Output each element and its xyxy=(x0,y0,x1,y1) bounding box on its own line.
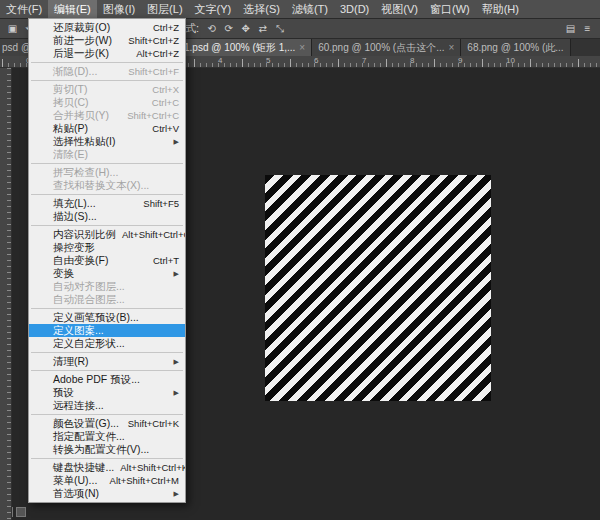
menu-item[interactable]: 菜单(U)...Alt+Shift+Ctrl+M xyxy=(29,474,185,487)
menu-item[interactable]: 定义自定形状... xyxy=(29,337,185,350)
vertical-ruler-ticks xyxy=(7,68,11,520)
menu-divider xyxy=(31,225,183,226)
options-mode-group: ⟲⟳✥⇄⤡ xyxy=(203,21,288,36)
menu-item-shortcut: Ctrl+X xyxy=(152,83,179,96)
menu-item-label: 远程连接... xyxy=(53,399,104,412)
menu-item[interactable]: 查找和替换文本(X)... xyxy=(29,179,185,192)
menu-item[interactable]: 剪切(T)Ctrl+X xyxy=(29,83,185,96)
menu-item-label: 查找和替换文本(X)... xyxy=(53,179,149,192)
menu-item[interactable]: 还原裁剪(O)Ctrl+Z xyxy=(29,21,185,34)
menu-item[interactable]: 清除(E) xyxy=(29,148,185,161)
menu-item-shortcut: Ctrl+Z xyxy=(153,21,179,34)
status-doc-alt-icon[interactable] xyxy=(16,507,26,517)
menu-divider xyxy=(31,80,183,81)
menu-item[interactable]: 合并拷贝(Y)Shift+Ctrl+C xyxy=(29,109,185,122)
menu-item[interactable]: 选择性粘贴(I)▶ xyxy=(29,135,185,148)
tab-close-icon[interactable]: × xyxy=(299,42,305,53)
menu-item-label: 变换 xyxy=(53,267,74,280)
menu-item[interactable]: 拷贝(C)Ctrl+C xyxy=(29,96,185,109)
menubar-item[interactable]: 3D(D) xyxy=(334,0,375,18)
ruler-number: 5 xyxy=(266,56,270,65)
menu-item[interactable]: 前进一步(W)Shift+Ctrl+Z xyxy=(29,34,185,47)
menu-item-label: 指定配置文件... xyxy=(53,430,125,443)
menu-item[interactable]: 远程连接... xyxy=(29,399,185,412)
menu-item-shortcut: Shift+Ctrl+F xyxy=(128,65,179,78)
3d-roll-mode-icon[interactable]: ⟳ xyxy=(220,21,237,36)
panel-menu-icon[interactable]: ≡ xyxy=(579,21,596,36)
menu-divider xyxy=(31,163,183,164)
menubar-item[interactable]: 文件(F) xyxy=(0,0,48,18)
submenu-arrow-icon: ▶ xyxy=(174,135,179,148)
document-tab[interactable]: 68.png @ 100% (此... xyxy=(461,39,570,56)
menu-item-shortcut: Shift+F5 xyxy=(143,197,179,210)
menubar-item[interactable]: 视图(V) xyxy=(375,0,424,18)
3d-rotate-mode-icon[interactable]: ⟲ xyxy=(203,21,220,36)
menu-item-label: 定义画笔预设(B)... xyxy=(53,311,139,324)
ruler-number: 7 xyxy=(362,56,366,65)
menu-item[interactable]: 粘贴(P)Ctrl+V xyxy=(29,122,185,135)
menu-item-label: 拷贝(C) xyxy=(53,96,89,109)
menu-item-label: 定义自定形状... xyxy=(53,337,125,350)
menu-divider xyxy=(31,308,183,309)
menubar-item[interactable]: 编辑(E) xyxy=(48,0,97,18)
photoshop-window: 文件(F)编辑(E)图像(I)图层(L)文字(Y)选择(S)滤镜(T)3D(D)… xyxy=(0,0,600,520)
menu-item[interactable]: 键盘快捷键...Alt+Shift+Ctrl+K xyxy=(29,461,185,474)
menubar-item[interactable]: 帮助(H) xyxy=(476,0,525,18)
menu-item-label: 自动混合图层... xyxy=(53,293,125,306)
menu-item[interactable]: 填充(L)...Shift+F5 xyxy=(29,197,185,210)
3d-drag-mode-icon[interactable]: ✥ xyxy=(237,21,254,36)
menu-item[interactable]: 清理(R)▶ xyxy=(29,355,185,368)
menu-item[interactable]: 后退一步(K)Alt+Ctrl+Z xyxy=(29,47,185,60)
menu-item[interactable]: 变换▶ xyxy=(29,267,185,280)
menu-divider xyxy=(31,194,183,195)
menu-divider xyxy=(31,414,183,415)
menu-item-label: 选择性粘贴(I) xyxy=(53,135,115,148)
menu-item-label: 渐隐(D)... xyxy=(53,65,97,78)
menu-item[interactable]: 定义画笔预设(B)... xyxy=(29,311,185,324)
menu-item-label: 拼写检查(H)... xyxy=(53,166,118,179)
menu-item[interactable]: 定义图案... xyxy=(29,324,185,337)
menubar-item[interactable]: 滤镜(T) xyxy=(286,0,334,18)
menu-item-label: 自动对齐图层... xyxy=(53,280,125,293)
menu-item-label: 前进一步(W) xyxy=(53,34,112,47)
menu-item[interactable]: 指定配置文件... xyxy=(29,430,185,443)
3d-slide-mode-icon[interactable]: ⇄ xyxy=(254,21,271,36)
menu-item-label: 清理(R) xyxy=(53,355,89,368)
menu-item[interactable]: 内容识别比例Alt+Shift+Ctrl+C xyxy=(29,228,185,241)
tab-close-icon[interactable]: × xyxy=(448,42,454,53)
menu-item[interactable]: 拼写检查(H)... xyxy=(29,166,185,179)
menubar-item[interactable]: 文字(Y) xyxy=(189,0,238,18)
menu-item[interactable]: 转换为配置文件(V)... xyxy=(29,443,185,456)
menu-item-shortcut: Ctrl+T xyxy=(153,254,179,267)
workspace-icon[interactable]: ▤ xyxy=(562,21,579,36)
menu-item-shortcut: Alt+Shift+Ctrl+M xyxy=(110,474,179,487)
3d-scale-mode-icon[interactable]: ⤡ xyxy=(271,21,288,36)
menubar-item[interactable]: 图像(I) xyxy=(97,0,141,18)
ruler-number: 8 xyxy=(410,56,414,65)
menu-item[interactable]: 预设▶ xyxy=(29,386,185,399)
menu-item-label: 内容识别比例 xyxy=(53,228,116,241)
menu-item-label: 合并拷贝(Y) xyxy=(53,109,109,122)
menu-item-label: 定义图案... xyxy=(53,324,104,337)
menu-item[interactable]: 操控变形 xyxy=(29,241,185,254)
menu-item-label: 键盘快捷键... xyxy=(53,461,114,474)
menu-item[interactable]: 自动混合图层... xyxy=(29,293,185,306)
menubar-item[interactable]: 选择(S) xyxy=(237,0,286,18)
menu-divider xyxy=(31,62,183,63)
menu-item-label: 填充(L)... xyxy=(53,197,96,210)
submenu-arrow-icon: ▶ xyxy=(174,487,179,500)
menu-item[interactable]: 自动对齐图层... xyxy=(29,280,185,293)
menu-item[interactable]: 颜色设置(G)...Shift+Ctrl+K xyxy=(29,417,185,430)
menu-item[interactable]: 首选项(N)▶ xyxy=(29,487,185,500)
menu-item[interactable]: 渐隐(D)...Shift+Ctrl+F xyxy=(29,65,185,78)
menu-item[interactable]: 描边(S)... xyxy=(29,210,185,223)
menubar-item[interactable]: 图层(L) xyxy=(141,0,188,18)
ruler-number: 6 xyxy=(314,56,318,65)
menubar-item[interactable]: 窗口(W) xyxy=(424,0,476,18)
menu-item[interactable]: 自由变换(F)Ctrl+T xyxy=(29,254,185,267)
document-tab[interactable]: 60.png @ 100% (点击这个...× xyxy=(312,39,461,56)
menu-item[interactable]: Adobe PDF 预设... xyxy=(29,373,185,386)
striped-pattern-image[interactable] xyxy=(265,175,491,401)
vertical-ruler[interactable] xyxy=(0,68,12,520)
tool-preset-icon[interactable]: ▣ xyxy=(4,21,21,36)
